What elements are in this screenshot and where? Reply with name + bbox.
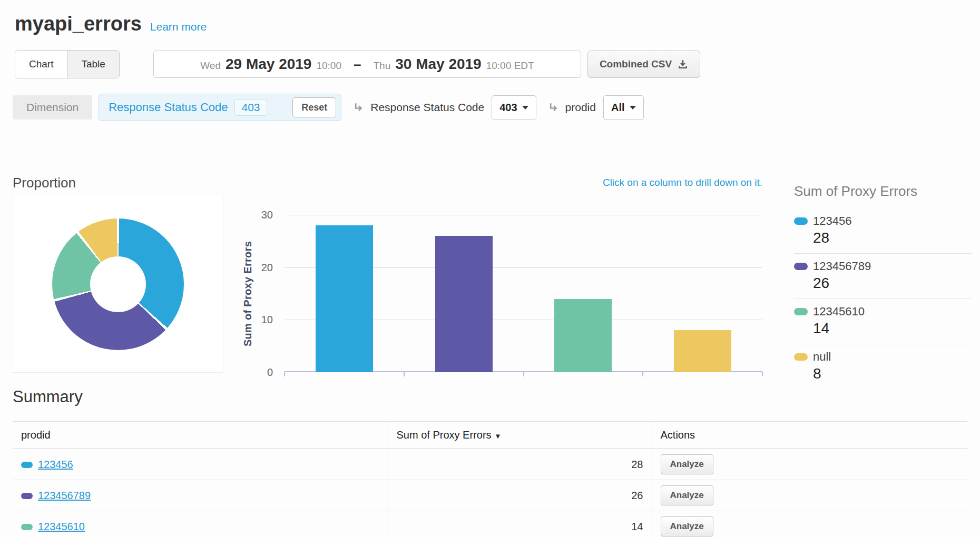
- proportion-chart-card: [13, 195, 223, 373]
- bar-plot: [285, 215, 762, 372]
- summary-table: prodid Sum of Proxy Errors▼ Actions 1234…: [13, 421, 967, 537]
- x-axis-tick: [404, 372, 405, 376]
- analyze-button[interactable]: Analyze: [661, 454, 713, 474]
- status-code-dropdown-value: 403: [499, 102, 517, 114]
- legend-value: 14: [813, 320, 972, 337]
- x-axis-tick: [284, 372, 285, 376]
- legend-item: 12345678926: [794, 254, 972, 299]
- table-row: 12345678926Analyze: [13, 480, 967, 511]
- drilldown-label-status-code: Response Status Code: [370, 101, 484, 114]
- legend-label: 12345610: [813, 305, 865, 319]
- row-swatch: [21, 493, 33, 499]
- bar-null[interactable]: [674, 330, 731, 372]
- prodid-link[interactable]: 123456789: [38, 490, 91, 501]
- dimension-label: Dimension: [13, 95, 92, 120]
- bar-123456789[interactable]: [435, 236, 493, 372]
- prodid-dropdown[interactable]: All: [603, 95, 644, 120]
- table-row: 1234561014Analyze: [13, 511, 967, 537]
- chart-legend: Sum of Proxy Errors 12345628123456789261…: [794, 182, 972, 389]
- bar-123456[interactable]: [316, 225, 373, 372]
- filter-value: 403: [234, 99, 267, 116]
- legend-value: 8: [813, 365, 972, 382]
- status-code-dropdown[interactable]: 403: [492, 95, 536, 120]
- analyze-button[interactable]: Analyze: [661, 516, 713, 536]
- legend-label: 123456: [813, 214, 851, 228]
- column-header-prodid[interactable]: prodid: [13, 422, 388, 449]
- legend-title: Sum of Proxy Errors: [794, 182, 972, 200]
- legend-item: 12345628: [794, 208, 972, 254]
- summary-section: Summary prodid Sum of Proxy Errors▼ Acti…: [13, 386, 967, 537]
- y-tick-label: 20: [261, 261, 273, 274]
- start-time: 10:00: [316, 60, 341, 72]
- legend-swatch: [794, 353, 808, 361]
- summary-title: Summary: [13, 386, 967, 407]
- row-value: 28: [388, 449, 652, 480]
- column-header-sum-label: Sum of Proxy Errors: [397, 429, 492, 441]
- x-axis-tick: [642, 372, 643, 376]
- legend-swatch: [794, 308, 808, 315]
- combined-csv-button[interactable]: Combined CSV: [587, 51, 700, 78]
- row-swatch: [21, 524, 33, 530]
- prodid-link[interactable]: 123456: [38, 459, 73, 470]
- view-toggle: Chart Table: [15, 50, 120, 78]
- sort-desc-icon: ▼: [495, 432, 502, 440]
- end-date: 30 May 2019: [395, 56, 481, 73]
- download-icon: [678, 59, 688, 69]
- page-header: myapi_errors Learn more: [0, 0, 980, 36]
- legend-value: 26: [813, 275, 972, 292]
- legend-value: 28: [813, 230, 972, 246]
- bar-12345610[interactable]: [554, 299, 612, 373]
- proportion-title: Proportion: [13, 175, 76, 191]
- x-axis-tick: [523, 372, 524, 376]
- table-header-row: prodid Sum of Proxy Errors▼ Actions: [13, 422, 967, 449]
- y-axis-ticks: 0102030: [240, 215, 273, 372]
- y-tick-label: 30: [261, 208, 273, 222]
- drilldown-arrow-icon: [548, 102, 560, 114]
- column-header-sum[interactable]: Sum of Proxy Errors▼: [388, 422, 652, 449]
- learn-more-link[interactable]: Learn more: [150, 21, 207, 33]
- legend-item: null8: [794, 344, 972, 389]
- table-row: 12345628Analyze: [13, 449, 967, 480]
- legend-swatch: [794, 263, 808, 270]
- charts-section: Proportion Click on a column to drill do…: [0, 170, 980, 385]
- row-value: 26: [388, 480, 652, 511]
- column-header-actions: Actions: [652, 422, 967, 449]
- y-tick-label: 10: [261, 313, 273, 326]
- caret-down-icon: [522, 106, 528, 110]
- legend-swatch: [794, 217, 808, 225]
- table-view-button[interactable]: Table: [67, 51, 119, 78]
- drilldown-hint: Click on a column to drill down on it.: [603, 177, 762, 188]
- filter-bar: Dimension Response Status Code 403 Reset…: [13, 94, 965, 121]
- reset-button[interactable]: Reset: [292, 97, 336, 117]
- toolbar: Chart Table Wed 29 May 2019 10:00 – Thu …: [15, 50, 965, 78]
- chart-view-button[interactable]: Chart: [15, 51, 67, 78]
- x-axis-tick: [762, 372, 763, 376]
- proportion-donut[interactable]: [52, 218, 184, 350]
- caret-down-icon: [630, 106, 636, 110]
- active-filter-chip: Response Status Code 403 Reset: [99, 94, 341, 121]
- page-title: myapi_errors: [15, 12, 142, 36]
- drilldown-label-prodid: prodid: [565, 101, 596, 114]
- y-tick-label: 0: [267, 365, 273, 379]
- summary-table-body: 12345628Analyze12345678926Analyze1234561…: [13, 449, 967, 537]
- row-value: 14: [388, 511, 652, 537]
- drilldown-arrow-icon: [353, 102, 365, 114]
- legend-label: 123456789: [813, 260, 871, 273]
- date-separator: –: [354, 56, 361, 73]
- analyze-button[interactable]: Analyze: [661, 485, 713, 505]
- end-time: 10:00 EDT: [486, 60, 534, 72]
- legend-label: null: [813, 350, 831, 364]
- csv-button-label: Combined CSV: [600, 58, 672, 70]
- row-swatch: [21, 462, 33, 468]
- legend-item: 1234561014: [794, 299, 972, 344]
- start-day: Wed: [200, 60, 221, 72]
- start-date: 29 May 2019: [226, 56, 311, 73]
- date-range-picker[interactable]: Wed 29 May 2019 10:00 – Thu 30 May 2019 …: [153, 51, 581, 78]
- end-day: Thu: [373, 60, 390, 72]
- report-page: myapi_errors Learn more Chart Table Wed …: [0, 0, 980, 537]
- legend-items: 12345628123456789261234561014null8: [794, 208, 972, 389]
- filter-name: Response Status Code: [109, 101, 228, 114]
- prodid-link[interactable]: 12345610: [38, 521, 85, 532]
- prodid-dropdown-value: All: [611, 102, 625, 114]
